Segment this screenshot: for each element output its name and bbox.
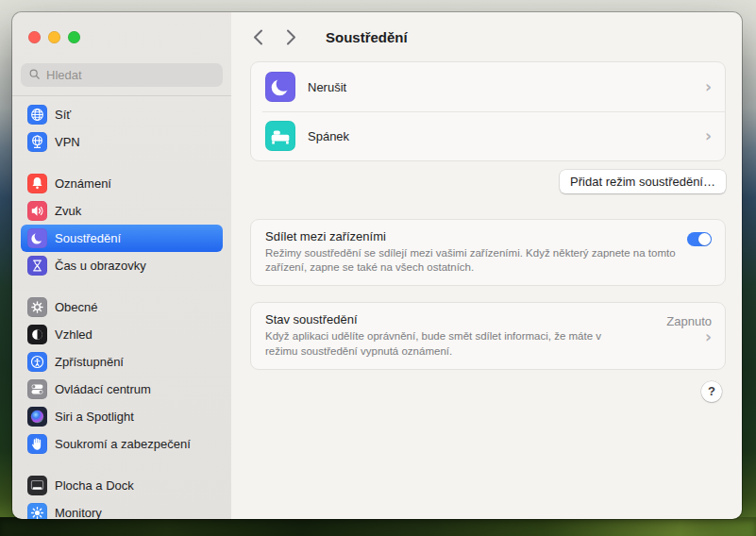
- sidebar-item-label: Obecné: [55, 300, 98, 314]
- sidebar-item-siri-a-spotlight[interactable]: Siri a Spotlight: [21, 403, 223, 430]
- sidebar-item-label: Čas u obrazovky: [55, 259, 146, 273]
- forward-button[interactable]: [279, 25, 302, 48]
- bell-icon: [27, 174, 47, 193]
- sidebar-item-obecne[interactable]: Obecné: [21, 293, 223, 321]
- sidebar-item-vzhled[interactable]: Vzhled: [21, 321, 223, 348]
- sidebar-group-gap: [21, 458, 223, 472]
- sidebar-item-cas-u-obrazovky[interactable]: Čas u obrazovky: [21, 252, 223, 279]
- sidebar-item-label: Zpřístupnění: [55, 355, 124, 369]
- control-center-icon: [27, 379, 47, 399]
- sidebar-group-gap: [21, 279, 223, 293]
- sidebar-item-label: Plocha a Dock: [55, 478, 134, 493]
- sidebar-item-zpristupneni[interactable]: Zpřístupnění: [21, 348, 223, 376]
- siri-icon: [27, 407, 47, 427]
- chevron-right-icon: ›: [705, 79, 712, 95]
- focus-status-card[interactable]: Stav soustředění Když aplikaci udělíte o…: [250, 302, 726, 369]
- sidebar-group-gap: [21, 156, 223, 170]
- sidebar-item-label: Vzhled: [55, 327, 92, 342]
- sidebar-item-label: Síť: [55, 108, 71, 122]
- add-focus-mode-button[interactable]: Přidat režim soustředění…: [560, 170, 726, 193]
- sidebar-item-label: Zvuk: [55, 204, 81, 218]
- sidebar-item-label: Monitory: [55, 506, 102, 519]
- gear-icon: [27, 297, 47, 317]
- add-row: Přidat režim soustředění…: [250, 170, 726, 193]
- vpn-globe-icon: [27, 132, 47, 152]
- globe-icon: [27, 105, 47, 125]
- focus-mode-label: Nerušit: [308, 80, 693, 94]
- sidebar-item-soukromi-a-zabezpeceni[interactable]: Soukromí a zabezpečení: [21, 430, 223, 458]
- hourglass-icon: [27, 256, 47, 276]
- sidebar-item-ovladaci-centrum[interactable]: Ovládací centrum: [21, 376, 223, 403]
- sidebar-item-zvuk[interactable]: Zvuk: [21, 197, 223, 225]
- content-header: Soustředění: [231, 12, 742, 61]
- focus-mode-row-nerusit[interactable]: Nerušit›: [251, 62, 725, 111]
- sidebar-item-label: Soustředění: [55, 231, 121, 245]
- focus-modes-card: Nerušit›Spánek›: [250, 61, 726, 161]
- sidebar-item-label: Ovládací centrum: [55, 382, 151, 396]
- close-button[interactable]: [28, 31, 41, 43]
- sidebar-item-label: VPN: [55, 135, 80, 149]
- status-description: Když aplikaci udělíte oprávnění, bude sm…: [265, 329, 622, 358]
- help-button[interactable]: ?: [701, 381, 722, 402]
- sidebar: Hledat SíťVPNOznámeníZvukSoustředěníČas …: [12, 12, 231, 519]
- main-panel: Soustředění Nerušit›Spánek› Přidat režim…: [231, 12, 742, 519]
- sidebar-item-monitory[interactable]: Monitory: [21, 499, 223, 519]
- page-title: Soustředění: [326, 29, 408, 45]
- wallpaper-trees: [0, 517, 756, 536]
- share-card: Sdílet mezi zařízeními Režimy soustředěn…: [250, 219, 726, 286]
- status-value: Zapnuto: [666, 314, 712, 328]
- search-icon: [28, 67, 41, 84]
- moon-icon: [27, 228, 47, 248]
- status-title: Stav soustředění: [265, 312, 657, 327]
- appearance-icon: [27, 325, 47, 344]
- settings-window: Hledat SíťVPNOznámeníZvukSoustředěníČas …: [12, 12, 742, 519]
- sidebar-item-label: Siri a Spotlight: [55, 410, 134, 424]
- sidebar-item-label: Oznámení: [55, 176, 111, 191]
- minimize-button[interactable]: [48, 31, 60, 43]
- sidebar-item-label: Soukromí a zabezpečení: [55, 437, 191, 451]
- speaker-icon: [27, 201, 47, 221]
- accessibility-icon: [27, 352, 47, 372]
- toggle-knob: [698, 233, 711, 245]
- zoom-button[interactable]: [68, 31, 80, 43]
- back-button[interactable]: [246, 25, 269, 48]
- chevron-right-icon: ›: [705, 329, 712, 345]
- search-input[interactable]: Hledat: [21, 63, 223, 87]
- focus-mode-label: Spánek: [308, 129, 693, 143]
- sidebar-header: Hledat: [12, 12, 231, 96]
- sidebar-item-plocha-a-dock[interactable]: Plocha a Dock: [21, 472, 223, 499]
- sidebar-nav: SíťVPNOznámeníZvukSoustředěníČas u obraz…: [12, 96, 231, 519]
- share-text: Sdílet mezi zařízeními Režimy soustředěn…: [265, 229, 678, 275]
- focus-mode-row-spanek[interactable]: Spánek›: [251, 111, 725, 160]
- hand-icon: [27, 434, 47, 454]
- sidebar-item-oznameni[interactable]: Oznámení: [21, 170, 223, 197]
- sidebar-item-vpn[interactable]: VPN: [21, 128, 223, 156]
- share-description: Režimy soustředění se sdílejí mezi vašim…: [265, 246, 678, 275]
- sidebar-item-sit[interactable]: Síť: [21, 101, 223, 128]
- chevron-right-icon: ›: [705, 128, 712, 144]
- sidebar-item-soustredeni[interactable]: Soustředění: [21, 225, 223, 252]
- share-title: Sdílet mezi zařízeními: [265, 229, 678, 243]
- share-toggle[interactable]: [687, 232, 712, 246]
- moon-icon: [265, 72, 295, 102]
- search-placeholder: Hledat: [46, 68, 82, 82]
- status-text: Stav soustředění Když aplikaci udělíte o…: [265, 312, 657, 358]
- window-controls: [28, 31, 80, 43]
- status-right: Zapnuto ›: [666, 314, 712, 358]
- bed-icon: [265, 121, 295, 151]
- display-icon: [27, 503, 47, 519]
- content-area: Nerušit›Spánek› Přidat režim soustředění…: [231, 61, 742, 402]
- dock-icon: [27, 476, 47, 495]
